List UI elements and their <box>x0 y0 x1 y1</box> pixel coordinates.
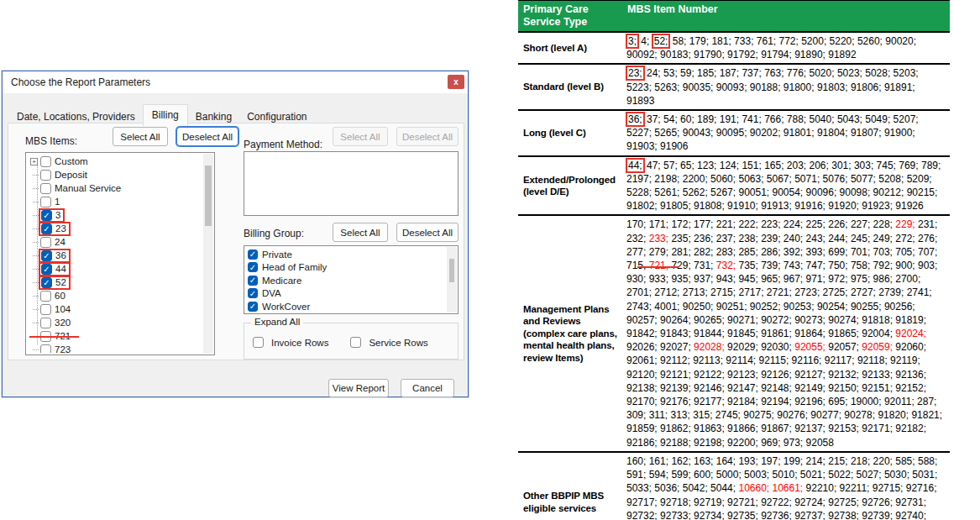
checkbox[interactable] <box>40 156 51 167</box>
view-report-button[interactable]: View Report <box>328 379 389 397</box>
red-highlighted-item: 92028; <box>694 341 725 353</box>
tab-billing[interactable]: Billing <box>143 104 188 126</box>
checkbox-checked[interactable]: ✓ <box>248 276 258 286</box>
tree-item-label: Manual Service <box>55 183 121 193</box>
checkbox-checked[interactable]: ✓ <box>41 277 52 288</box>
checkbox[interactable] <box>40 331 51 342</box>
tree-item[interactable]: ✓44 <box>29 262 202 276</box>
tree-item[interactable]: ✓3 <box>29 208 202 222</box>
checkbox[interactable] <box>40 197 51 207</box>
billing-group-item[interactable]: ✓Head of Family <box>248 261 446 275</box>
checkbox-checked[interactable]: ✓ <box>41 250 52 261</box>
tree-item[interactable]: ✓52 <box>29 276 202 289</box>
checkbox-checked[interactable]: ✓ <box>41 264 52 275</box>
red-highlighted-item: 229; <box>895 218 914 230</box>
item-numbers-cell: 3; 4; 52; 58; 179; 181; 733; 761; 772; 5… <box>622 33 950 63</box>
service-type-cell: Long (level C) <box>518 111 622 155</box>
tree-item[interactable]: 1 <box>29 195 202 208</box>
close-icon[interactable]: x <box>448 75 464 89</box>
checkbox[interactable] <box>40 344 51 354</box>
expand-option[interactable]: Invoice Rows <box>253 337 328 348</box>
tree-connector <box>33 255 39 256</box>
mbs-deselect-all-button[interactable]: Deselect All <box>176 127 238 146</box>
payment-method-listbox[interactable] <box>244 151 459 216</box>
red-annotation-box: ✓3 <box>39 208 65 223</box>
tree-item-label: Deposit <box>55 170 87 180</box>
expand-all-label: Expand All <box>251 317 303 327</box>
expand-option-label: Invoice Rows <box>271 338 328 348</box>
billing-group-item-label: WorkCover <box>262 302 310 312</box>
mbs-select-all-button[interactable]: Select All <box>113 127 168 146</box>
mbs-scrollbar[interactable] <box>203 154 213 354</box>
expand-option[interactable]: Service Rows <box>350 337 427 348</box>
billing-group-item[interactable]: ✓Medicare <box>248 274 446 287</box>
checkbox-checked[interactable]: ✓ <box>248 262 258 272</box>
table-header-service-type: Primary Care Service Type <box>518 1 622 31</box>
tree-item[interactable]: 24 <box>29 235 202 249</box>
tree-item[interactable]: 104 <box>29 302 202 316</box>
mbs-items-listbox[interactable]: +CustomDepositManual Service1✓3✓2324✓36✓… <box>25 152 215 355</box>
checkbox-checked[interactable]: ✓ <box>248 288 258 298</box>
checkbox[interactable] <box>40 304 51 315</box>
checkbox-checked[interactable]: ✓ <box>248 249 258 260</box>
billing-group-listbox[interactable]: ✓Private✓Head of Family✓Medicare✓DVA✓Wor… <box>244 245 459 314</box>
red-annotation-box: 36; <box>626 112 645 127</box>
report-parameters-dialog: Choose the Report Parameters x Date, Loc… <box>2 71 469 397</box>
mbs-item-table: Primary Care Service Type MBS Item Numbe… <box>518 0 950 520</box>
payment-deselect-all-button[interactable]: Deselect All <box>396 127 459 146</box>
checkbox[interactable] <box>40 237 51 248</box>
checkbox-checked[interactable]: ✓ <box>41 210 52 221</box>
checkbox[interactable] <box>40 170 51 181</box>
mbs-items-label: MBS Items: <box>25 135 77 147</box>
tree-expand-icon[interactable]: + <box>30 158 38 165</box>
billing-group-item[interactable]: ✓Private <box>248 248 446 261</box>
billing-group-deselect-all-button[interactable]: Deselect All <box>396 223 459 242</box>
cancel-button[interactable]: Cancel <box>401 379 454 397</box>
mbs-scrollbar-thumb[interactable] <box>205 165 212 226</box>
tree-item[interactable]: +Custom <box>29 155 202 168</box>
service-type-cell: Extended/Prolonged (level D/E) <box>518 157 622 215</box>
billing-group-item[interactable]: ✓WorkCover <box>248 300 446 312</box>
billing-group-scrollbar-thumb[interactable] <box>449 259 454 282</box>
red-annotation-box: 3; <box>626 34 639 49</box>
tree-item[interactable]: Deposit <box>29 168 202 181</box>
red-highlighted-item: 233; <box>649 233 668 244</box>
item-numbers-cell: 36; 37; 54; 60; 189; 191; 741; 766; 788;… <box>622 111 950 155</box>
red-strikethrough: 721 <box>40 331 71 342</box>
tree-item[interactable]: Manual Service <box>29 181 202 195</box>
checkbox[interactable] <box>350 337 361 348</box>
payment-select-all-button[interactable]: Select All <box>333 127 388 146</box>
tree-item[interactable]: 721 <box>29 329 202 343</box>
billing-group-list: ✓Private✓Head of Family✓Medicare✓DVA✓Wor… <box>248 248 446 312</box>
dialog-titlebar[interactable]: Choose the Report Parameters x <box>3 71 468 93</box>
tree-item[interactable]: ✓23 <box>29 222 202 235</box>
tree-connector <box>33 242 39 243</box>
item-numbers-cell: 160; 161; 162; 163; 164; 193; 197; 199; … <box>622 453 950 520</box>
red-highlighted-item: 92055; <box>794 341 825 353</box>
billing-group-label: Billing Group: <box>244 228 304 239</box>
billing-group-item[interactable]: ✓DVA <box>248 287 446 301</box>
tree-item-label: 3 <box>55 210 60 220</box>
tree-item[interactable]: ✓36 <box>29 249 202 262</box>
billing-group-select-all-button[interactable]: Select All <box>333 223 388 242</box>
expand-option-label: Service Rows <box>369 338 427 348</box>
tree-item[interactable]: 320 <box>29 316 202 329</box>
checkbox-checked[interactable]: ✓ <box>248 302 258 312</box>
tree-item[interactable]: 60 <box>29 289 202 302</box>
tree-connector <box>33 282 39 283</box>
billing-group-scrollbar[interactable] <box>447 247 457 313</box>
checkbox[interactable] <box>40 318 51 328</box>
service-type-cell: Short (level A) <box>518 33 622 63</box>
tree-item-label: 23 <box>55 223 66 234</box>
tree-item-label: 60 <box>55 291 66 301</box>
payment-method-label: Payment Method: <box>244 139 322 150</box>
tree-item-label: 104 <box>55 304 71 314</box>
checkbox-checked[interactable]: ✓ <box>41 223 52 234</box>
billing-group-item-label: Private <box>262 249 292 260</box>
checkbox[interactable] <box>253 337 264 348</box>
checkbox[interactable] <box>40 291 51 302</box>
expand-all-groupbox: Expand All Invoice RowsService Rows <box>244 323 459 360</box>
tree-item[interactable]: 723 <box>29 343 202 353</box>
tree-item-label: 723 <box>55 344 71 353</box>
checkbox[interactable] <box>40 183 51 194</box>
